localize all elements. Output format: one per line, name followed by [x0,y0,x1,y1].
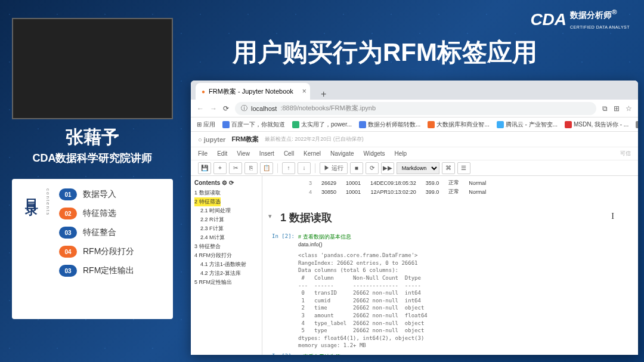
toc-title: Contents ⚙ ⟳ [194,180,258,186]
run-button[interactable]: ▶ 运行 [320,162,348,174]
favicon-icon [565,121,572,128]
restart-button[interactable]: ⟳ [366,162,379,174]
command-palette-button[interactable]: ⌘ [442,162,455,174]
favicon-icon [636,121,638,128]
back-button: ← [197,104,204,113]
agenda-text: RFM定性输出 [83,265,134,276]
add-cell-button[interactable]: + [213,162,227,174]
presenter-name: 张藉予 [12,125,173,150]
bookmark-item[interactable]: 数据分析师能转数... [359,120,420,129]
jupyter-favicon-icon: ● [202,88,205,95]
menu-bar: FileEditViewInsertCellKernelNavigateWidg… [191,147,638,160]
agenda-badge: 03 [59,265,77,277]
toc-item[interactable]: 3 特征整合 [194,242,258,251]
agenda-text: 特征筛选 [83,208,116,219]
new-tab-button[interactable]: + [316,89,331,100]
slide-title: 用户购买行为RFM标签应用 [233,36,537,69]
collapse-icon[interactable]: ▾ [268,212,272,220]
menu-item-cell[interactable]: Cell [284,150,294,157]
browser-tab[interactable]: ● FRM教案 - Jupyter Notebook × [196,83,310,100]
cell-type-select[interactable]: Markdown [397,162,439,174]
paste-button[interactable]: 📋 [260,162,273,174]
notebook-body: Contents ⚙ ⟳ 1 数据读取2 特征筛选2.1 时间处理2.2 R计算… [191,176,638,355]
menu-item-file[interactable]: File [198,150,208,157]
agenda-text: 特征整合 [83,227,116,238]
code-body[interactable]: # 查看有无缺失值 data.isnull().sum() # 缺失值的数量 d… [298,353,632,355]
logo-en: CERTIFIED DATA ANALYST [570,25,630,29]
info-icon[interactable]: ⓘ [241,104,247,113]
agenda-item: 04RFM分段打分 [59,246,162,258]
save-button[interactable]: 💾 [198,162,211,174]
menu-item-edit[interactable]: Edit [217,150,227,157]
menu-item-view[interactable]: View [237,150,250,157]
star-icon[interactable]: ☆ [626,104,632,113]
checkpoint-text: 最新检查点: 2022年2月20日 (已自动保存) [265,135,364,143]
bookmark-item[interactable]: 软件吧163.com [636,120,638,129]
url-host: localhost [251,105,277,112]
toc-item[interactable]: 5 RFM定性输出 [194,278,258,287]
toc-item[interactable]: 2.1 时间处理 [194,206,258,215]
toc-item[interactable]: 2.2 R计算 [194,215,258,224]
apps-shortcut[interactable]: ⊞应用 [197,120,215,129]
presenter-caption: 张藉予 CDA数据科学研究院讲师 [12,125,173,165]
tab-title: FRM教案 - Jupyter Notebook [209,87,293,96]
menu-item-widgets[interactable]: Widgets [363,150,385,157]
code-body[interactable]: # 查看数据的基本信息 data.info() [298,233,632,248]
qr-icon[interactable]: ⊞ [614,104,620,113]
cut-button[interactable]: ✂ [229,162,242,174]
move-up-button[interactable]: ↑ [282,162,295,174]
reload-button[interactable]: ⟳ [223,104,229,113]
favicon-icon [497,121,504,128]
bookmarks-bar: ⊞应用 百度一下，你就知道太实用了，power...数据分析师能转数...大数据… [191,117,638,132]
toc-item[interactable]: 4.2 方法2-算法库 [194,269,258,278]
toc-item[interactable]: 1 数据读取 [194,188,258,197]
toc-item[interactable]: 2 特征筛选 [194,197,221,206]
favicon-icon [292,121,299,128]
output-cell: <class 'pandas.core.frame.DataFrame'> Ra… [268,252,632,349]
browser-window: ● FRM教案 - Jupyter Notebook × + ← → ⟳ ⓘ l… [191,81,638,355]
favicon-icon [359,121,366,128]
copy-button[interactable]: ⎘ [244,162,258,174]
jupyter-logo[interactable]: ○ jupyter [198,136,225,143]
bookmark-item[interactable]: 大数据库和商业智... [428,120,489,129]
notebook-content[interactable]: 3266291000114DEC09:18:05:32359.0正常Normal… [262,176,638,355]
reader-icon[interactable]: ⧉ [602,104,608,113]
agenda-badge: 02 [59,208,77,219]
agenda-item: 03RFM定性输出 [59,265,162,277]
bookmark-item[interactable]: MSDN, 我告诉你 - ... [565,120,628,129]
interrupt-button[interactable]: ■ [350,162,363,174]
menu-item-help[interactable]: Help [395,150,407,157]
toc-item[interactable]: 2.4 M计算 [194,233,258,242]
toc-toggle-button[interactable]: ☰ [457,162,470,174]
menu-item-insert[interactable]: Insert [259,150,274,157]
notebook-title[interactable]: FRM教案 [231,135,259,144]
menu-item-kernel[interactable]: Kernel [304,150,321,157]
tab-bar: ● FRM教案 - Jupyter Notebook × + [191,81,638,100]
dataframe-output: 3266291000114DEC09:18:05:32359.0正常Normal… [268,178,632,196]
toc-item[interactable]: 4.1 方法1-函数映射 [194,260,258,269]
restart-run-button[interactable]: ▶▶ [381,162,394,174]
bookmark-item[interactable]: 太实用了，power... [292,120,352,129]
toc-item[interactable]: 4 RFM分段打分 [194,251,258,260]
favicon-icon [222,121,230,128]
url-path: :8889/notebooks/FRM教案.ipynb [280,104,376,113]
agenda-item: 02特征筛选 [59,208,162,219]
close-icon[interactable]: × [302,87,306,95]
input-prompt: In [3]: [268,353,298,355]
url-input[interactable]: ⓘ localhost:8889/notebooks/FRM教案.ipynb [235,102,596,115]
bookmark-item[interactable]: 百度一下，你就知道 [222,120,285,129]
table-row: 3266291000114DEC09:18:05:32359.0正常Normal [304,178,491,187]
jupyter-header: ○ jupyter FRM教案 最新检查点: 2022年2月20日 (已自动保存… [191,132,638,147]
bookmark-item[interactable]: 腾讯云 - 产业智变... [497,120,558,129]
brand-logo: CDA 数据分析师® CERTIFIED DATA ANALYST [530,8,630,31]
move-down-button[interactable]: ↓ [298,162,311,174]
code-cell[interactable]: In [2]: # 查看数据的基本信息 data.info() [268,233,632,248]
menu-item-navigate[interactable]: Navigate [330,150,354,157]
apps-icon: ⊞ [197,121,202,128]
code-cell[interactable]: In [3]: # 查看有无缺失值 data.isnull().sum() # … [268,353,632,355]
forward-button: → [210,104,217,113]
agenda-badge: 03 [59,227,77,239]
trusted-indicator[interactable]: 可信 [620,150,631,157]
toc-item[interactable]: 2.3 F计算 [194,224,258,233]
section-heading: 1 数据读取 [280,211,332,225]
